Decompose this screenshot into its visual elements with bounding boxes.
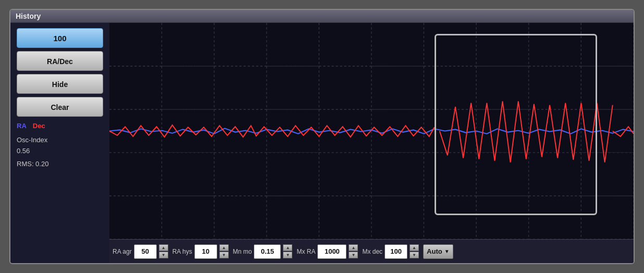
ra-agr-up[interactable]: ▲ (159, 244, 168, 251)
legend-dec: Dec (33, 122, 45, 130)
mx-ra-spinner: ▲ ▼ (349, 244, 358, 258)
btn-hide[interactable]: Hide (17, 74, 103, 94)
mn-mo-down[interactable]: ▼ (283, 252, 292, 258)
btn-clear[interactable]: Clear (17, 97, 103, 117)
mn-mo-up[interactable]: ▲ (283, 244, 292, 251)
mx-ra-input[interactable] (317, 244, 346, 259)
param-mn-mo: Mn mo ▲ ▼ (233, 244, 293, 259)
mx-dec-up[interactable]: ▲ (410, 244, 419, 251)
legend-ra: RA (17, 122, 27, 130)
dropdown-arrow-icon: ▼ (444, 249, 450, 254)
ra-agr-label: RA agr (113, 248, 132, 255)
chart-svg (109, 23, 634, 239)
param-ra-hys: RA hys ▲ ▼ (172, 244, 229, 259)
ra-agr-spinner: ▲ ▼ (159, 244, 168, 258)
ra-hys-spinner: ▲ ▼ (219, 244, 229, 258)
param-mx-ra: Mx RA ▲ ▼ (296, 244, 358, 259)
ra-agr-input[interactable] (134, 244, 157, 259)
title-bar: History (10, 10, 634, 23)
mn-mo-label: Mn mo (233, 248, 252, 255)
mx-ra-down[interactable]: ▼ (349, 252, 358, 258)
rms-value: RMS: 0.20 (17, 159, 103, 170)
mx-dec-down[interactable]: ▼ (410, 252, 419, 258)
bottom-bar: RA agr ▲ ▼ RA hys ▲ ▼ (109, 239, 634, 263)
legend: RA Dec (17, 122, 103, 130)
osc-info: Osc-Index 0.56 RMS: 0.20 (17, 135, 103, 169)
window-title: History (16, 12, 41, 20)
ra-hys-label: RA hys (172, 248, 192, 255)
auto-label: Auto (427, 247, 442, 255)
mx-dec-label: Mx dec (362, 248, 382, 255)
ra-hys-up[interactable]: ▲ (219, 244, 229, 251)
ra-agr-down[interactable]: ▼ (159, 252, 168, 258)
mx-ra-label: Mx RA (296, 248, 315, 255)
mx-ra-up[interactable]: ▲ (349, 244, 358, 251)
mx-dec-spinner: ▲ ▼ (410, 244, 419, 258)
param-mx-dec: Mx dec ▲ ▼ (362, 244, 419, 259)
chart-grid (109, 23, 634, 239)
chart-area: RA agr ▲ ▼ RA hys ▲ ▼ (109, 23, 634, 263)
mn-mo-input[interactable] (254, 244, 281, 259)
btn-100[interactable]: 100 (17, 28, 103, 48)
mx-dec-input[interactable] (385, 244, 407, 259)
btn-radec[interactable]: RA/Dec (17, 51, 103, 71)
mn-mo-spinner: ▲ ▼ (283, 244, 292, 258)
history-window: History 100 RA/Dec Hide Clear RA Dec Osc… (9, 9, 635, 264)
osc-index-label: Osc-Index (17, 135, 103, 146)
osc-index-value: 0.56 (17, 146, 103, 157)
auto-dropdown[interactable]: Auto ▼ (423, 244, 453, 259)
param-ra-agr: RA agr ▲ ▼ (113, 244, 168, 259)
sidebar: 100 RA/Dec Hide Clear RA Dec Osc-Index 0… (10, 23, 109, 263)
ra-hys-down[interactable]: ▼ (219, 252, 229, 258)
ra-hys-input[interactable] (194, 244, 217, 259)
content-area: 100 RA/Dec Hide Clear RA Dec Osc-Index 0… (10, 23, 634, 263)
